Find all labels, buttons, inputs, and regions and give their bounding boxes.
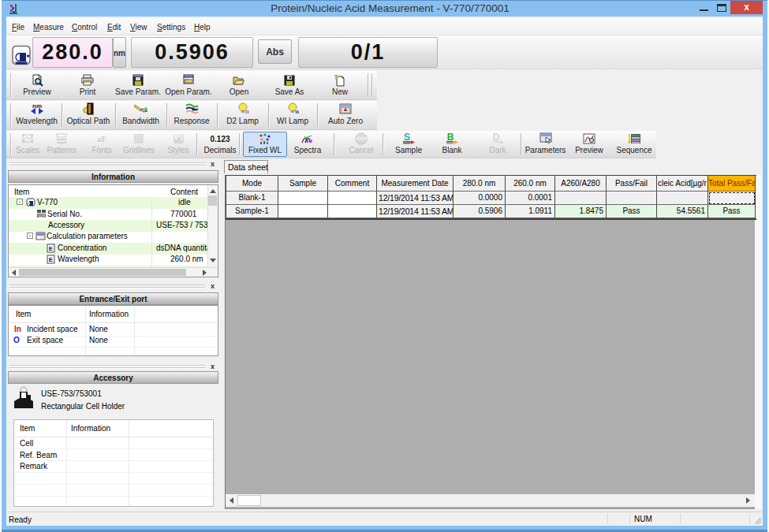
svg-text:123: 123: [38, 214, 45, 218]
svg-text:0.123: 0.123: [210, 135, 230, 143]
svg-text:E: E: [49, 256, 54, 263]
svg-text:nm: nm: [32, 102, 42, 110]
svg-text:D2: D2: [245, 110, 249, 114]
svg-text:WI: WI: [295, 110, 299, 114]
svg-text:STOP: STOP: [356, 136, 367, 141]
svg-text:E: E: [49, 245, 54, 252]
svg-text:aF: aF: [97, 134, 107, 143]
